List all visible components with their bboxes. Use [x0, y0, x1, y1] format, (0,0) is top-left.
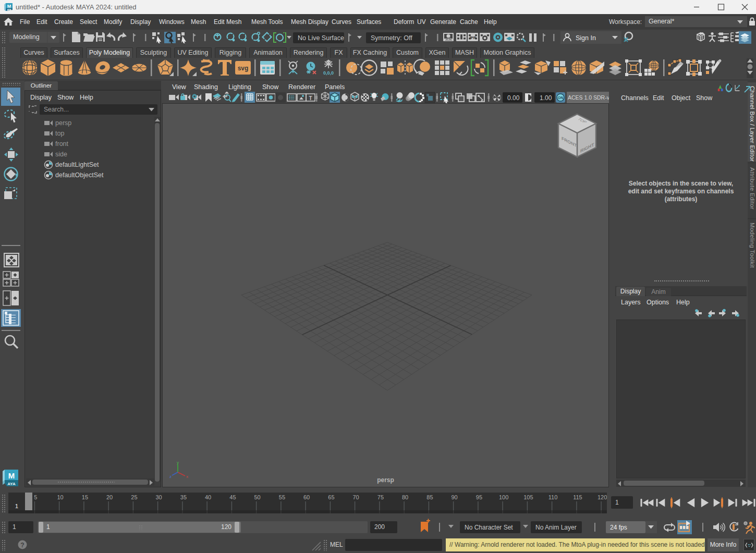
svg-text:50: 50	[254, 494, 260, 500]
svg-text:AYA: AYA	[7, 482, 16, 486]
svg-text:0.00: 0.00	[507, 94, 520, 102]
svg-text:100: 100	[499, 494, 508, 500]
svg-text:115: 115	[573, 494, 582, 500]
svg-text:40: 40	[205, 494, 211, 500]
svg-text:IPR: IPR	[470, 36, 476, 40]
svg-text:y: y	[177, 461, 179, 465]
svg-text:70: 70	[352, 494, 359, 500]
svg-text:Symmetry: Off: Symmetry: Off	[371, 34, 412, 42]
svg-text:?: ?	[20, 542, 24, 549]
svg-text:0,0,0: 0,0,0	[323, 70, 334, 76]
svg-text:svg: svg	[238, 65, 249, 72]
svg-text:defaultObjectSet: defaultObjectSet	[55, 171, 104, 179]
svg-text:60: 60	[303, 494, 310, 500]
svg-text:105: 105	[523, 494, 533, 500]
svg-text:80: 80	[402, 494, 408, 500]
svg-text:ACES 1.0 SDR-v: ACES 1.0 SDR-v	[568, 94, 609, 101]
svg-text:side: side	[55, 151, 67, 158]
svg-text:No Character Set: No Character Set	[465, 524, 513, 531]
svg-text:90: 90	[451, 494, 457, 500]
svg-text:AYA: AYA	[7, 8, 11, 11]
svg-text:No Anim Layer: No Anim Layer	[535, 524, 577, 531]
svg-text:45: 45	[229, 494, 236, 500]
svg-text:persp: persp	[55, 119, 71, 127]
svg-text:No Live Surface: No Live Surface	[298, 34, 344, 42]
svg-text:1: 1	[15, 503, 18, 509]
svg-text:55: 55	[279, 494, 285, 500]
svg-text:defaultLightSet: defaultLightSet	[55, 161, 99, 168]
svg-text:65: 65	[328, 494, 334, 500]
svg-text:Sign In: Sign In	[576, 34, 596, 42]
svg-text:ON: ON	[558, 96, 564, 100]
svg-text:T: T	[309, 95, 312, 101]
svg-text:15: 15	[82, 494, 88, 500]
svg-text:front: front	[55, 140, 69, 148]
svg-text:75: 75	[377, 494, 384, 500]
svg-text:25: 25	[131, 494, 137, 500]
svg-text:35: 35	[180, 494, 187, 500]
svg-text:30: 30	[155, 494, 162, 500]
svg-text:top: top	[55, 130, 64, 137]
svg-text:10: 10	[57, 494, 63, 500]
svg-text:24 fps: 24 fps	[610, 524, 627, 531]
svg-text:5: 5	[34, 494, 37, 500]
svg-text:1.00: 1.00	[540, 94, 552, 102]
svg-text:95: 95	[476, 494, 482, 500]
svg-text:120: 120	[598, 494, 607, 500]
svg-text:M: M	[8, 471, 15, 480]
svg-text:20: 20	[106, 494, 113, 500]
svg-text:85: 85	[426, 494, 433, 500]
svg-text:110: 110	[548, 494, 558, 500]
